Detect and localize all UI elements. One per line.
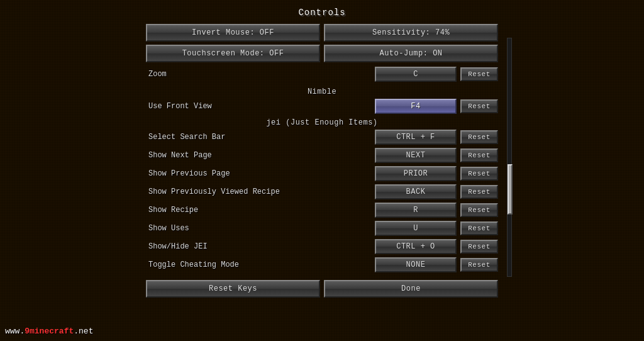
touchscreen-mode-button[interactable]: Touchscreen Mode: OFF bbox=[146, 45, 320, 62]
jei-reset-1[interactable]: Reset bbox=[460, 148, 498, 162]
settings-area: Zoom C Reset Nimble Use Front View F4 Re… bbox=[146, 65, 498, 275]
use-front-view-reset-button[interactable]: Reset bbox=[460, 99, 498, 113]
bottom-buttons: Reset Keys Done bbox=[146, 280, 498, 298]
jei-key-2[interactable]: PRIOR bbox=[375, 166, 457, 181]
jei-row-6: Show/Hide JEI CTRL + O Reset bbox=[146, 238, 498, 255]
jei-reset-7[interactable]: Reset bbox=[460, 258, 498, 272]
jei-title: jei (Just Enough Items) bbox=[146, 118, 498, 127]
jei-key-4[interactable]: R bbox=[375, 203, 457, 218]
jei-row-3: Show Previously Viewed Recipe BACK Reset bbox=[146, 184, 498, 200]
nimble-title: Nimble bbox=[146, 87, 498, 96]
done-button[interactable]: Done bbox=[324, 280, 498, 298]
zoom-row: Zoom C Reset bbox=[146, 65, 498, 83]
jei-label-2: Show Previous Page bbox=[146, 169, 375, 178]
jei-label-0: Select Search Bar bbox=[146, 133, 375, 142]
watermark: www.9minecraft.net bbox=[5, 327, 93, 336]
jei-reset-6[interactable]: Reset bbox=[460, 240, 498, 254]
jei-reset-3[interactable]: Reset bbox=[460, 185, 498, 199]
jei-label-6: Show/Hide JEI bbox=[146, 242, 375, 251]
jei-label-4: Show Recipe bbox=[146, 206, 375, 215]
use-front-view-key-button[interactable]: F4 bbox=[375, 99, 457, 114]
jei-reset-2[interactable]: Reset bbox=[460, 167, 498, 181]
auto-jump-button[interactable]: Auto-Jump: ON bbox=[324, 45, 498, 62]
jei-row-0: Select Search Bar CTRL + F Reset bbox=[146, 129, 498, 145]
jei-reset-0[interactable]: Reset bbox=[460, 130, 498, 144]
jei-reset-4[interactable]: Reset bbox=[460, 203, 498, 217]
top-buttons-row2: Touchscreen Mode: OFF Auto-Jump: ON bbox=[146, 45, 498, 62]
zoom-reset-button[interactable]: Reset bbox=[460, 67, 498, 81]
scrollbar[interactable] bbox=[507, 38, 512, 277]
top-buttons-row1: Invert Mouse: OFF Sensitivity: 74% bbox=[146, 24, 498, 42]
jei-row-5: Show Uses U Reset bbox=[146, 220, 498, 237]
reset-keys-button[interactable]: Reset Keys bbox=[146, 280, 320, 298]
use-front-view-label: Use Front View bbox=[146, 102, 375, 111]
use-front-view-row: Use Front View F4 Reset bbox=[146, 98, 498, 115]
jei-key-7[interactable]: NONE bbox=[375, 257, 457, 272]
zoom-label: Zoom bbox=[146, 70, 375, 79]
jei-key-3[interactable]: BACK bbox=[375, 184, 457, 199]
zoom-key-button[interactable]: C bbox=[375, 67, 457, 82]
invert-mouse-button[interactable]: Invert Mouse: OFF bbox=[146, 24, 320, 42]
jei-row-7: Toggle Cheating Mode NONE Reset bbox=[146, 257, 498, 273]
scrollbar-thumb[interactable] bbox=[508, 164, 513, 215]
watermark-brand: 9minecraft bbox=[25, 327, 74, 336]
jei-key-0[interactable]: CTRL + F bbox=[375, 130, 457, 145]
sensitivity-button[interactable]: Sensitivity: 74% bbox=[324, 24, 498, 42]
jei-row-4: Show Recipe R Reset bbox=[146, 202, 498, 218]
jei-label-1: Show Next Page bbox=[146, 151, 375, 160]
jei-key-5[interactable]: U bbox=[375, 221, 457, 236]
jei-label-7: Toggle Cheating Mode bbox=[146, 260, 375, 269]
controls-screen: Controls Invert Mouse: OFF Sensitivity: … bbox=[0, 0, 644, 341]
jei-key-1[interactable]: NEXT bbox=[375, 148, 457, 163]
jei-row-2: Show Previous Page PRIOR Reset bbox=[146, 165, 498, 182]
jei-reset-5[interactable]: Reset bbox=[460, 221, 498, 235]
jei-key-6[interactable]: CTRL + O bbox=[375, 239, 457, 254]
watermark-prefix: www. bbox=[5, 327, 25, 336]
page-title: Controls bbox=[298, 8, 345, 18]
watermark-suffix: .net bbox=[74, 327, 93, 336]
jei-label-3: Show Previously Viewed Recipe bbox=[146, 187, 375, 196]
jei-label-5: Show Uses bbox=[146, 224, 375, 233]
jei-row-1: Show Next Page NEXT Reset bbox=[146, 147, 498, 164]
